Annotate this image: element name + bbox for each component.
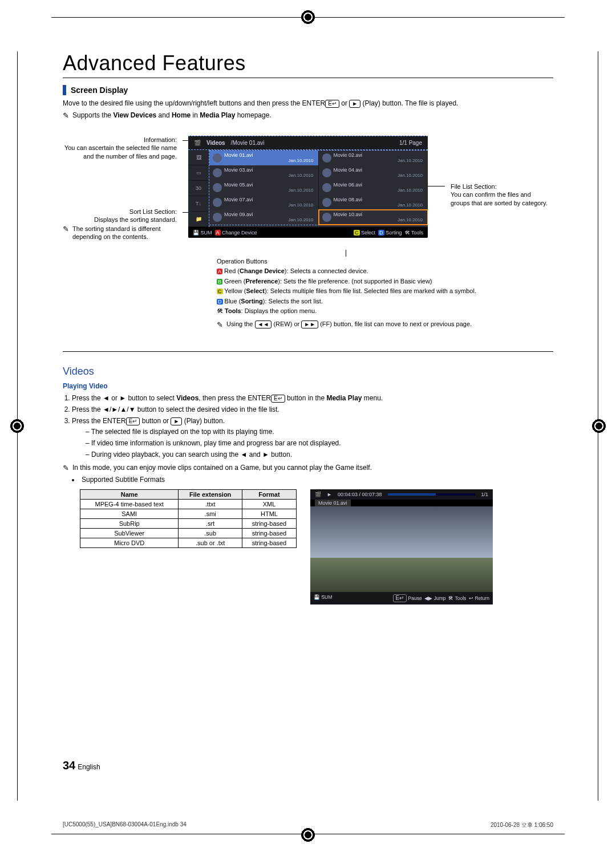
player-file-title: Movie 01.avi: [315, 500, 351, 506]
callout-filelist: File List Section: You can confirm the f…: [451, 182, 548, 207]
section-title: Screen Display: [71, 86, 128, 95]
sidebar-title-icon[interactable]: T↓: [188, 196, 209, 212]
drive-icon: 💾: [193, 230, 199, 236]
list-item[interactable]: Movie 07.aviJan.10.2010: [209, 195, 319, 210]
video-scene: [310, 506, 493, 592]
callout-sortlist: Sort List Section: Displays the sorting …: [63, 208, 177, 224]
file-icon: [213, 183, 222, 192]
registration-mark-top: [301, 10, 315, 24]
registration-mark-left: [10, 419, 24, 433]
note-icon: ✎: [217, 319, 223, 331]
list-item[interactable]: Movie 08.aviJan.10.2010: [319, 195, 428, 210]
enter-icon: E↵: [126, 417, 140, 425]
videos-heading: Videos: [63, 351, 553, 378]
video-player-screenshot: 🎬 ► 00:04:03 / 00:07:38 1/1 Movie 01.avi…: [310, 489, 493, 604]
doc-timestamp: 2010-06-28 오후 1:06:50: [491, 821, 553, 829]
sidebar-date-icon[interactable]: 30: [188, 181, 209, 196]
player-time: 00:04:03 / 00:07:38: [338, 492, 382, 497]
playing-video-subheading: Playing Video: [63, 382, 553, 390]
tv-footer: 💾 SUM A Change Device C Select D Sorting…: [188, 227, 428, 238]
file-icon: [322, 213, 331, 222]
supported-subtitle-label: Supported Subtitle Formats: [72, 476, 553, 484]
list-item[interactable]: Movie 03.aviJan.10.2010: [209, 165, 319, 180]
sum-label: SUM: [201, 230, 212, 236]
play-icon: ►: [349, 100, 360, 108]
list-item[interactable]: Movie 05.aviJan.10.2010: [209, 180, 319, 195]
list-item[interactable]: Movie 06.aviJan.10.2010: [319, 180, 428, 195]
table-row: Micro DVD.sub or .txtstring-based: [80, 538, 297, 547]
intro-paragraph: Move to the desired file using the up/do…: [63, 99, 553, 108]
step-3: Press the ENTERE↵ button or ► (Play) but…: [72, 416, 553, 460]
subtitle-formats-table: Name File extension Format MPEG-4 time-b…: [80, 489, 297, 548]
accent-bar: [63, 85, 66, 95]
film-icon: 🎬: [194, 140, 201, 146]
file-icon: [322, 198, 331, 207]
tools-icon: 🛠: [217, 307, 223, 314]
document-footer: [UC5000(55)_USA]BN68-03004A-01Eng.indb 3…: [63, 821, 553, 829]
leader-line-op: [346, 250, 346, 257]
tv-category: Videos: [206, 140, 225, 146]
tv-sort-sidebar: 🖼 ▭ 30 T↓ 📁: [188, 150, 209, 227]
sidebar-folder-icon[interactable]: 📁: [188, 212, 209, 227]
play-icon: ►: [171, 417, 182, 425]
list-item[interactable]: Movie 01.avi Jan.10.2010: [209, 151, 319, 165]
callout-sort-note: ✎ The sorting standard is different depe…: [63, 225, 177, 241]
sidebar-ratio-icon[interactable]: ▭: [188, 165, 209, 181]
tv-header: 🎬 Videos /Movie 01.avi 1/1 Page: [188, 136, 428, 150]
table-row: SubViewer.substring-based: [80, 528, 297, 538]
list-item[interactable]: Movie 09.aviJan.10.2010: [209, 210, 319, 225]
enter-icon: E↵: [271, 395, 285, 403]
note-view-devices: ✎ Supports the View Devices and Home in …: [63, 111, 553, 121]
bullet: If video time information is unknown, pl…: [86, 439, 553, 448]
table-row: MPEG-4 time-based text.ttxtXML: [80, 499, 297, 509]
file-icon: [213, 168, 222, 177]
drive-icon: 💾: [314, 594, 320, 600]
list-item[interactable]: Movie 10.aviJan.10.2010: [319, 210, 428, 225]
section-heading-screen-display: Screen Display: [63, 85, 553, 95]
col-format: Format: [242, 489, 296, 499]
file-icon: [213, 213, 222, 222]
note-game-mode: ✎ In this mode, you can enjoy movie clip…: [63, 463, 553, 473]
bullet: During video playback, you can search us…: [86, 450, 553, 460]
list-item[interactable]: Movie 04.aviJan.10.2010: [319, 165, 428, 180]
table-row: SubRip.srtstring-based: [80, 518, 297, 528]
table-row: SAMI.smiHTML: [80, 509, 297, 518]
d-button-badge: D: [217, 299, 223, 305]
tv-file-browser: 🎬 Videos /Movie 01.avi 1/1 Page 🖼 ▭ 30 T…: [188, 136, 428, 238]
enter-icon: E↵: [325, 100, 339, 108]
file-icon: [213, 198, 222, 207]
ff-icon: ►►: [301, 320, 318, 328]
leader-line-right: [428, 186, 445, 186]
film-icon: 🎬: [315, 492, 321, 497]
file-icon: [322, 168, 331, 177]
file-icon: [322, 183, 331, 192]
tv-pageinfo: 1/1 Page: [399, 140, 422, 146]
op-heading: Operation Buttons: [217, 257, 476, 266]
file-icon: [213, 153, 222, 163]
doc-filename: [UC5000(55)_USA]BN68-03004A-01Eng.indb 3…: [63, 821, 187, 829]
registration-mark-right: [592, 419, 606, 433]
callout-information: Information: You can ascertain the selec…: [63, 136, 177, 160]
lr-icon: ◀▶: [424, 595, 432, 601]
step-1: Press the ◄ or ► button to select Videos…: [72, 393, 553, 403]
col-ext: File extension: [179, 489, 242, 499]
list-item[interactable]: Movie 02.avi Jan.10.2010: [319, 151, 428, 165]
play-indicator-icon: ►: [327, 492, 332, 497]
bullet: The selected file is displayed on the to…: [86, 427, 553, 437]
tools-icon: 🛠: [448, 595, 453, 601]
rew-icon: ◄◄: [255, 320, 272, 328]
sidebar-thumbnail-icon[interactable]: 🖼: [188, 150, 209, 165]
note-icon: ✎: [63, 111, 69, 121]
steps-list: Press the ◄ or ► button to select Videos…: [72, 393, 553, 460]
file-date: Jan.10.2010: [334, 159, 423, 164]
operation-buttons-block: Operation Buttons A Red (Change Device):…: [217, 257, 476, 331]
file-icon: [322, 153, 331, 163]
registration-mark-bottom: [301, 828, 315, 842]
change-device-label: Change Device: [222, 230, 257, 236]
note-icon: ✎: [63, 463, 69, 473]
note-icon: ✎: [63, 225, 69, 241]
progress-bar[interactable]: [388, 493, 476, 496]
tv-breadcrumb: /Movie 01.avi: [231, 140, 265, 146]
c-button-badge: C: [217, 289, 223, 294]
d-button-badge: D: [378, 230, 384, 236]
